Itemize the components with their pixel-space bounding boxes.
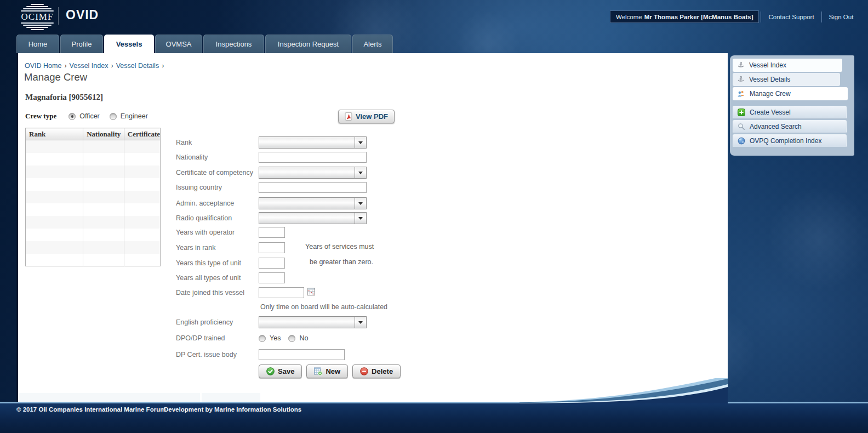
dpo-yes-radio[interactable] xyxy=(259,335,266,342)
sidebar-item-manage-crew[interactable]: Manage Crew xyxy=(733,87,848,100)
issuing-country-input[interactable] xyxy=(259,182,367,193)
table-row xyxy=(26,254,161,266)
sidebar-item-vessel-index[interactable]: Vessel Index xyxy=(733,59,842,72)
column-header-rank: Rank xyxy=(26,128,83,140)
view-pdf-label: View PDF xyxy=(356,112,388,121)
main-nav-tabs: Home Profile Vessels OVMSA Inspections I… xyxy=(16,35,393,53)
table-row xyxy=(26,191,161,203)
view-pdf-button[interactable]: View PDF xyxy=(338,110,395,123)
contact-support-link[interactable]: Contact Support xyxy=(763,14,819,20)
form-row-years-operator: Years with operator xyxy=(176,227,285,238)
years-rank-input[interactable] xyxy=(259,242,285,253)
header-divider xyxy=(58,7,59,25)
dp-cert-input[interactable] xyxy=(259,349,345,360)
breadcrumb-ovid-home[interactable]: OVID Home xyxy=(25,62,61,70)
sidebar-item-vessel-details[interactable]: Vessel Details xyxy=(733,73,840,86)
tab-inspections[interactable]: Inspections xyxy=(203,35,264,53)
sidebar-item-label: Create Vessel xyxy=(750,109,791,116)
ocimf-logo: OCIMF xyxy=(16,3,58,31)
column-header-certificate: Certificate xyxy=(124,128,160,140)
welcome-user: Mr Thomas Parker [McManus Boats] xyxy=(644,14,753,20)
form-row-years-type-unit: Years this type of unit xyxy=(176,258,285,269)
content-footer-strip xyxy=(202,393,260,402)
breadcrumb-separator: › xyxy=(64,62,66,70)
table-row xyxy=(26,153,161,166)
form-row-dpo: DPO/DP trained Yes No xyxy=(176,334,318,342)
logo-line xyxy=(26,27,48,28)
crew-type-row: Crew type Officer Engineer xyxy=(25,112,158,121)
years-operator-input[interactable] xyxy=(259,227,285,238)
breadcrumb-separator: › xyxy=(111,62,113,70)
sign-out-link[interactable]: Sign Out xyxy=(824,14,859,20)
footer-development: Development by Marine Information Soluti… xyxy=(164,406,301,413)
certificate-label: Certificate of competency xyxy=(176,169,259,176)
crew-type-engineer-radio[interactable] xyxy=(110,113,117,120)
new-button[interactable]: New xyxy=(306,364,348,378)
years-type-unit-label: Years this type of unit xyxy=(176,259,259,267)
years-all-unit-input[interactable] xyxy=(259,272,285,283)
nationality-input[interactable] xyxy=(259,152,367,163)
delete-icon xyxy=(360,367,368,375)
breadcrumb-vessel-details[interactable]: Vessel Details xyxy=(116,62,159,70)
validation-note-line1: Years of services must xyxy=(305,243,374,250)
plus-icon xyxy=(738,109,745,116)
logo-line xyxy=(21,22,54,24)
certificate-select[interactable] xyxy=(259,167,367,179)
sidebar-item-advanced-search[interactable]: Advanced Search xyxy=(733,120,847,133)
logo-text: OCIMF xyxy=(21,12,54,22)
radio-qualification-select[interactable] xyxy=(259,212,367,224)
form-buttons: Save New Delete xyxy=(259,364,401,378)
form-row-years-rank: Years in rank xyxy=(176,242,285,253)
dpo-no-radio[interactable] xyxy=(288,335,295,342)
admin-acceptance-select[interactable] xyxy=(259,197,367,209)
sidebar-item-label: Vessel Details xyxy=(749,76,790,83)
table-row xyxy=(26,203,161,216)
years-type-unit-input[interactable] xyxy=(259,258,285,269)
logo-line xyxy=(31,29,44,30)
calendar-icon[interactable] xyxy=(307,287,316,298)
form-row-rank: Rank xyxy=(176,136,367,149)
chevron-down-icon xyxy=(355,167,366,178)
sidebar-item-create-vessel[interactable]: Create Vessel xyxy=(733,106,847,119)
tab-profile[interactable]: Profile xyxy=(60,35,103,53)
crew-table: Rank Nationality Certificate xyxy=(25,128,161,266)
tab-inspection-request[interactable]: Inspection Request xyxy=(265,35,351,53)
dpo-trained-label: DPO/DP trained xyxy=(176,334,259,342)
form-row-issuing-country: Issuing country xyxy=(176,182,367,193)
save-button[interactable]: Save xyxy=(259,364,302,378)
validation-note-line2: be greater than zero. xyxy=(310,258,373,266)
breadcrumb-vessel-index[interactable]: Vessel Index xyxy=(70,62,108,70)
english-proficiency-select[interactable] xyxy=(259,316,367,328)
crew-type-officer-radio[interactable] xyxy=(68,113,76,120)
delete-button[interactable]: Delete xyxy=(352,364,401,378)
save-icon xyxy=(266,367,275,375)
logo-line xyxy=(23,8,52,9)
english-proficiency-label: English proficiency xyxy=(176,318,259,326)
date-joined-input[interactable] xyxy=(259,287,304,298)
new-icon xyxy=(314,367,322,375)
tab-vessels[interactable]: Vessels xyxy=(104,35,154,53)
welcome-prefix: Welcome xyxy=(616,14,642,20)
autocalc-hint: Only time on board will be auto-calculat… xyxy=(260,303,387,311)
header-user-area: Welcome Mr Thomas Parker [McManus Boats]… xyxy=(610,10,859,23)
crew-type-officer-label: Officer xyxy=(79,112,100,120)
vessel-name: Magnaforia [9055612] xyxy=(25,93,103,102)
tab-alerts[interactable]: Alerts xyxy=(352,35,393,53)
breadcrumb-separator: › xyxy=(162,62,164,70)
table-row xyxy=(26,178,161,191)
breadcrumb: OVID Home›Vessel Index›Vessel Details› xyxy=(25,62,167,70)
globe-icon xyxy=(738,137,745,145)
rank-select[interactable] xyxy=(259,136,367,149)
crew-type-label: Crew type xyxy=(25,112,56,121)
sidebar-item-ovpq-completion-index[interactable]: OVPQ Completion Index xyxy=(733,134,847,147)
admin-acceptance-label: Admin. acceptance xyxy=(176,200,259,207)
tab-home[interactable]: Home xyxy=(16,35,59,53)
nationality-label: Nationality xyxy=(176,153,259,161)
header-separator xyxy=(821,12,822,22)
wave-decoration xyxy=(519,378,728,403)
table-row xyxy=(26,216,161,229)
form-row-nationality: Nationality xyxy=(176,152,367,163)
years-rank-label: Years in rank xyxy=(176,244,259,252)
chevron-down-icon xyxy=(355,137,366,148)
tab-ovmsa[interactable]: OVMSA xyxy=(155,35,202,53)
